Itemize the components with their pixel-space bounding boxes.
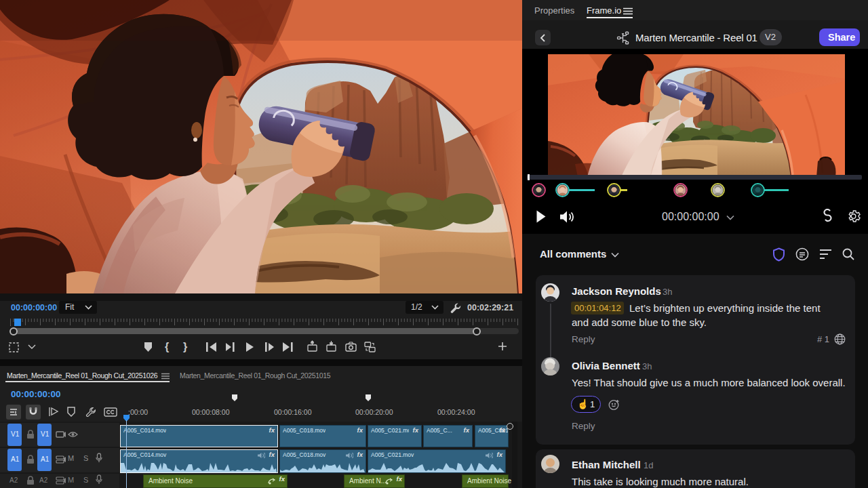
svg-text:}: } (183, 341, 187, 352)
svg-text:{: { (165, 341, 169, 352)
